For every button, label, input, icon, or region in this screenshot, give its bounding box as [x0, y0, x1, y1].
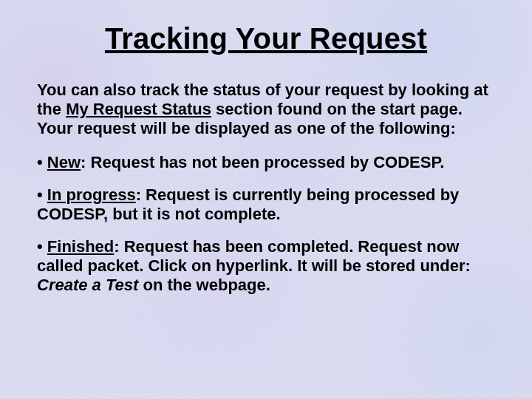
bullet-new: • New: Request has not been processed by… [37, 153, 495, 172]
bullet-label-new: New [47, 153, 81, 171]
bullet-in-progress: • In progress: Request is currently bein… [37, 185, 495, 224]
bullet-label-finished: Finished [47, 237, 114, 256]
bullet-text: : Request has not been processed by CODE… [81, 153, 444, 171]
bullet-finished: • Finished: Request has been completed. … [37, 237, 495, 295]
bullet-marker: • [37, 185, 47, 204]
bullet-italic-create-a-test: Create a Test [37, 276, 138, 294]
intro-section-name: My Request Status [66, 100, 211, 118]
intro-paragraph: You can also track the status of your re… [37, 81, 495, 138]
bullet-marker: • [37, 153, 47, 171]
bullet-label-in-progress: In progress [47, 185, 136, 204]
bullet-marker: • [37, 237, 47, 256]
bullet-text-after: on the webpage. [138, 276, 270, 294]
page-title: Tracking Your Request [37, 22, 495, 55]
slide: Tracking Your Request You can also track… [0, 0, 532, 399]
